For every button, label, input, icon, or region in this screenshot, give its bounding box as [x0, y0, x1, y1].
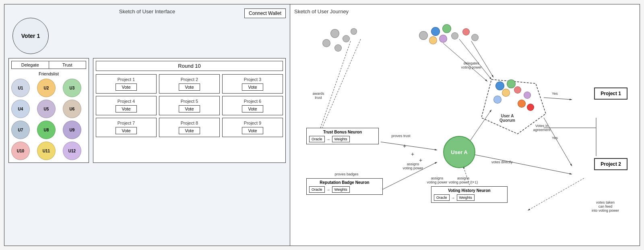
right-panel: Sketch of User Journey	[290, 4, 640, 246]
project-name-2: Project 2	[181, 77, 198, 82]
scattered-circle	[351, 28, 357, 35]
project-name-4: Project 4	[118, 99, 135, 104]
projects-grid: Project 1VoteProject 2VoteProject 3VoteP…	[96, 74, 283, 137]
project-card-9: Project 9Vote	[222, 118, 283, 137]
left-panel: Sketch of User Interface Connect Wallet …	[4, 4, 290, 246]
quorum-label: User AQuorum	[500, 114, 515, 123]
user-a-circle: User A	[443, 136, 475, 168]
vote-button-9[interactable]: Vote	[242, 127, 263, 134]
user-circle-u9[interactable]: U9	[63, 121, 81, 139]
delegates-voting-power-annotation: delegatesvoting power	[455, 61, 487, 69]
project1-box: Project 1	[594, 88, 627, 100]
trust-bonus-oracle: Oracle	[309, 136, 325, 142]
svg-line-7	[469, 110, 491, 142]
user-circle-u2[interactable]: U2	[37, 79, 56, 97]
project-name-9: Project 9	[244, 121, 261, 125]
project-card-6: Project 6Vote	[222, 96, 283, 115]
vote-button-7[interactable]: Vote	[116, 127, 136, 134]
project2-box: Project 2	[594, 158, 627, 170]
colored-circle-yellow	[429, 36, 437, 44]
project-name-6: Project 6	[244, 99, 261, 104]
votes-in-agreement-annotation: Votes inagreement	[528, 124, 556, 132]
svg-line-13	[528, 178, 584, 210]
colored-circle-red	[462, 28, 470, 35]
svg-text:+: +	[411, 151, 414, 157]
svg-line-6	[471, 41, 493, 77]
assigns-voting-power-annotation: assignsvoting power	[397, 162, 429, 170]
vote-button-8[interactable]: Vote	[179, 127, 200, 134]
rep-badge-weights: Weights	[332, 186, 350, 193]
trust-bonus-weights: Weights	[332, 136, 350, 142]
vote-button-6[interactable]: Vote	[242, 105, 263, 112]
project-name-7: Project 7	[118, 121, 135, 125]
project-card-8: Project 8Vote	[159, 118, 220, 137]
svg-line-5	[459, 39, 491, 79]
colored-circle-purple	[439, 35, 447, 43]
reputation-badge-title: Reputation Badge Neuron	[309, 180, 380, 185]
trust-tab[interactable]: Trust	[49, 61, 86, 69]
voting-history-weights: Weights	[457, 194, 475, 201]
yes2-annotation: Yes	[552, 136, 558, 140]
connect-wallet-button[interactable]: Connect Wallet	[244, 8, 286, 18]
friends-panel: Delegate Trust Friendslist U1U2U3U4U5U6U…	[8, 58, 89, 163]
bottom-section: Delegate Trust Friendslist U1U2U3U4U5U6U…	[8, 58, 286, 163]
trust-bonus-oracle-weights: Oracle → Weights	[309, 136, 376, 142]
arrow-icon: →	[326, 137, 330, 142]
user-circle-u1[interactable]: U1	[11, 79, 30, 97]
svg-line-1	[318, 41, 351, 134]
project-name-1: Project 1	[118, 77, 135, 82]
user-circle-u3[interactable]: U3	[63, 79, 81, 97]
assigns-t1-annotation: assignsvoting power (t+1)	[443, 176, 483, 184]
quorum-circle-blue	[495, 81, 504, 90]
proves-badges-annotation: proves badges	[330, 172, 363, 176]
journey-area: + + +	[294, 17, 636, 242]
project-card-4: Project 4Vote	[96, 96, 157, 115]
rep-badge-oracle: Oracle	[309, 186, 325, 193]
svg-line-8	[544, 98, 572, 100]
colored-circle-gray2	[419, 31, 428, 40]
vote-button-2[interactable]: Vote	[179, 83, 200, 91]
awards-trust-annotation: awardstrust	[306, 92, 330, 100]
voting-history-neuron-box: Voting History Neuron Oracle → Weights	[431, 186, 508, 203]
delegate-tab[interactable]: Delegate	[12, 61, 49, 69]
user-circle-u8[interactable]: U8	[37, 121, 56, 139]
vote-button-5[interactable]: Vote	[179, 105, 200, 112]
friends-grid: U1U2U3U4U5U6U7U8U9U10U11U12	[11, 79, 86, 160]
trust-bonus-title: Trust Bonus Neuron	[309, 130, 376, 134]
round-header: Round 10	[96, 61, 283, 71]
projects-panel: Round 10 Project 1VoteProject 2VoteProje…	[93, 58, 286, 163]
svg-line-3	[381, 142, 437, 150]
project-name-3: Project 3	[244, 77, 261, 82]
trust-bonus-neuron-box: Trust Bonus Neuron Oracle → Weights	[306, 128, 379, 144]
scattered-circle	[330, 29, 339, 38]
quorum-circle-green	[507, 79, 516, 88]
reputation-badge-neuron-box: Reputation Badge Neuron Oracle → Weights	[306, 178, 383, 195]
voting-history-title: Voting History Neuron	[434, 188, 505, 193]
vote-button-4[interactable]: Vote	[116, 105, 136, 112]
arrow-icon-3: →	[451, 196, 455, 200]
user-circle-u4[interactable]: U4	[11, 100, 30, 118]
voting-history-oracle: Oracle	[434, 194, 450, 201]
vote-button-1[interactable]: Vote	[116, 83, 136, 91]
scattered-circle	[334, 44, 342, 52]
colored-circle-gray	[451, 32, 458, 40]
user-circle-u11[interactable]: U11	[37, 142, 56, 160]
user-a-label: User A	[451, 149, 467, 155]
rep-badge-oracle-weights: Oracle → Weights	[309, 186, 380, 193]
vote-button-3[interactable]: Vote	[242, 83, 263, 91]
user-circle-u10[interactable]: U10	[11, 142, 30, 160]
user-circle-u7[interactable]: U7	[11, 121, 30, 139]
voter-circle: Voter 1	[12, 18, 49, 54]
svg-line-2	[320, 39, 361, 132]
user-circle-u6[interactable]: U6	[63, 100, 81, 118]
friends-label: Friendslist	[11, 71, 86, 76]
friends-tabs: Delegate Trust	[11, 61, 86, 69]
project-card-1: Project 1Vote	[96, 74, 157, 94]
scattered-circle	[322, 39, 330, 47]
colored-circle-blue	[431, 27, 440, 36]
user-circle-u5[interactable]: U5	[37, 100, 56, 118]
yes1-annotation: Yes	[552, 92, 558, 96]
quorum-circle-red	[514, 86, 521, 94]
user-circle-u12[interactable]: U12	[63, 142, 81, 160]
project-card-7: Project 7Vote	[96, 118, 157, 137]
